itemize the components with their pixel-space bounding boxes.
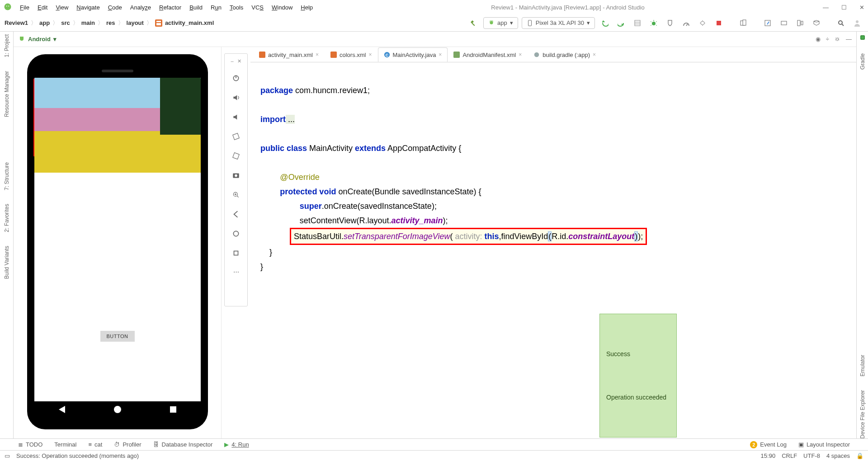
- avd-manager-icon[interactable]: [737, 17, 750, 29]
- tool-layout-inspector[interactable]: ▣ Layout Inspector: [798, 441, 850, 448]
- breadcrumb-item[interactable]: main: [81, 19, 95, 26]
- device-manager-icon[interactable]: [794, 17, 807, 29]
- apply-changes-icon[interactable]: [615, 17, 627, 29]
- tab-activity-main[interactable]: activity_main.xml×: [253, 47, 325, 62]
- menu-navigate[interactable]: Navigate: [76, 4, 99, 11]
- menu-build[interactable]: Build: [189, 4, 203, 11]
- breadcrumb-item[interactable]: app: [39, 19, 50, 26]
- menu-tools[interactable]: Tools: [230, 4, 243, 11]
- search-icon[interactable]: [835, 17, 847, 29]
- user-icon[interactable]: [851, 17, 863, 29]
- emu-overview-icon[interactable]: [232, 249, 240, 259]
- project-view-selector[interactable]: Android ▾: [18, 36, 57, 43]
- status-eol[interactable]: CRLF: [782, 452, 797, 459]
- emu-volume-down-icon[interactable]: [232, 113, 240, 122]
- breadcrumb-item[interactable]: res: [106, 19, 115, 26]
- tool-project[interactable]: 1: Project: [4, 34, 10, 57]
- emu-minimize-icon[interactable]: –: [231, 58, 233, 64]
- status-window-icon[interactable]: ▭: [5, 452, 10, 459]
- window-minimize-icon[interactable]: —: [823, 4, 829, 11]
- emu-rotate-left-icon[interactable]: [232, 132, 240, 142]
- run-activity-icon[interactable]: [631, 17, 644, 29]
- debug-icon[interactable]: [647, 17, 660, 29]
- svg-point-26: [235, 174, 237, 177]
- inspection-ok-icon[interactable]: [860, 35, 865, 40]
- svg-point-7: [491, 21, 491, 21]
- status-caret-pos[interactable]: 15:90: [761, 452, 776, 459]
- emu-volume-up-icon[interactable]: [232, 94, 240, 103]
- target-icon[interactable]: ◉: [816, 36, 821, 42]
- close-icon[interactable]: ×: [519, 52, 522, 58]
- breadcrumb-item[interactable]: activity_main.xml: [165, 19, 214, 26]
- status-indent[interactable]: 4 spaces: [826, 452, 850, 459]
- close-icon[interactable]: ×: [316, 52, 319, 58]
- collapse-icon[interactable]: —: [846, 36, 852, 42]
- attach-debugger-icon[interactable]: [696, 17, 709, 29]
- divide-icon[interactable]: ÷: [826, 36, 829, 42]
- emu-camera-icon[interactable]: [232, 171, 240, 181]
- emu-close-icon[interactable]: ✕: [237, 58, 241, 64]
- tool-resource-manager[interactable]: Resource Manager: [4, 71, 10, 117]
- menu-analyze[interactable]: Analyze: [130, 4, 151, 11]
- window-close-icon[interactable]: ✕: [859, 4, 864, 11]
- sdk-manager-icon[interactable]: [761, 17, 774, 29]
- menu-help[interactable]: Help: [301, 4, 313, 11]
- menu-code[interactable]: Code: [108, 4, 122, 11]
- tool-build-variants[interactable]: Build Variants: [4, 246, 10, 279]
- tool-favorites[interactable]: 2: Favorites: [4, 204, 10, 232]
- close-icon[interactable]: ×: [439, 52, 442, 58]
- svg-rect-29: [234, 251, 238, 255]
- tab-colors[interactable]: colors.xml×: [325, 47, 378, 62]
- menu-edit[interactable]: Edit: [38, 4, 47, 11]
- tool-run[interactable]: ▶ 4: Run: [224, 441, 249, 448]
- tool-terminal[interactable]: Terminal: [54, 441, 76, 448]
- run-button-icon[interactable]: [599, 17, 611, 29]
- tool-emulator[interactable]: Emulator: [859, 355, 866, 376]
- stop-icon[interactable]: [712, 17, 725, 29]
- chevron-down-icon: ▾: [510, 19, 513, 26]
- gradle-icon[interactable]: [810, 17, 823, 29]
- sync-gradle-icon[interactable]: [778, 17, 790, 29]
- menu-view[interactable]: View: [56, 4, 68, 11]
- tab-build-gradle[interactable]: build.gradle (:app)×: [528, 47, 602, 62]
- coverage-icon[interactable]: [664, 17, 676, 29]
- svg-rect-4: [156, 21, 161, 22]
- run-config-selector[interactable]: app ▾: [483, 17, 518, 29]
- window-maximize-icon[interactable]: ☐: [841, 4, 847, 11]
- menu-vcs[interactable]: VCS: [251, 4, 264, 11]
- tool-structure[interactable]: 7: Structure: [4, 162, 10, 190]
- status-encoding[interactable]: UTF-8: [803, 452, 820, 459]
- menu-file[interactable]: File: [20, 4, 29, 11]
- breadcrumb-item[interactable]: Review1: [5, 19, 28, 26]
- emu-home-icon[interactable]: [232, 230, 240, 239]
- tab-manifest[interactable]: AndroidManifest.xml×: [448, 47, 528, 62]
- phone-navbar: [34, 401, 201, 418]
- emu-back-icon[interactable]: [232, 210, 240, 220]
- emu-rotate-right-icon[interactable]: [232, 152, 240, 161]
- profiler-icon[interactable]: [680, 17, 693, 29]
- menu-run[interactable]: Run: [211, 4, 222, 11]
- tool-event-log[interactable]: 2 Event Log: [750, 441, 787, 448]
- close-icon[interactable]: ×: [369, 52, 372, 58]
- toast-title: Success: [606, 347, 666, 361]
- close-icon[interactable]: ×: [593, 52, 596, 58]
- emu-power-icon[interactable]: [232, 74, 240, 84]
- menu-refactor[interactable]: Refactor: [159, 4, 181, 11]
- emu-more-icon[interactable]: ⋯: [233, 268, 239, 275]
- code-editor[interactable]: package com.huncm.review1; import ... pu…: [250, 62, 856, 438]
- tab-mainactivity[interactable]: CMainActivity.java×: [378, 47, 448, 62]
- menu-window[interactable]: Window: [272, 4, 292, 11]
- breadcrumb-item[interactable]: src: [61, 19, 70, 26]
- tool-todo[interactable]: ≣ TODO: [18, 441, 42, 448]
- tool-gradle[interactable]: Gradle: [859, 53, 866, 70]
- breadcrumb-item[interactable]: layout: [127, 19, 144, 26]
- build-hammer-icon[interactable]: [467, 17, 480, 29]
- emu-zoom-icon[interactable]: [232, 191, 240, 200]
- tool-db[interactable]: 🗄 Database Inspector: [153, 441, 213, 448]
- filter-icon[interactable]: ⛭: [835, 36, 840, 42]
- device-selector[interactable]: Pixel 3a XL API 30 ▾: [522, 17, 595, 29]
- tool-profiler[interactable]: ⏱ Profiler: [114, 441, 141, 448]
- tool-device-file-explorer[interactable]: Device File Explorer: [859, 390, 866, 438]
- status-lock-icon[interactable]: 🔒: [856, 452, 863, 459]
- tool-logcat[interactable]: ≡ cat: [88, 441, 102, 448]
